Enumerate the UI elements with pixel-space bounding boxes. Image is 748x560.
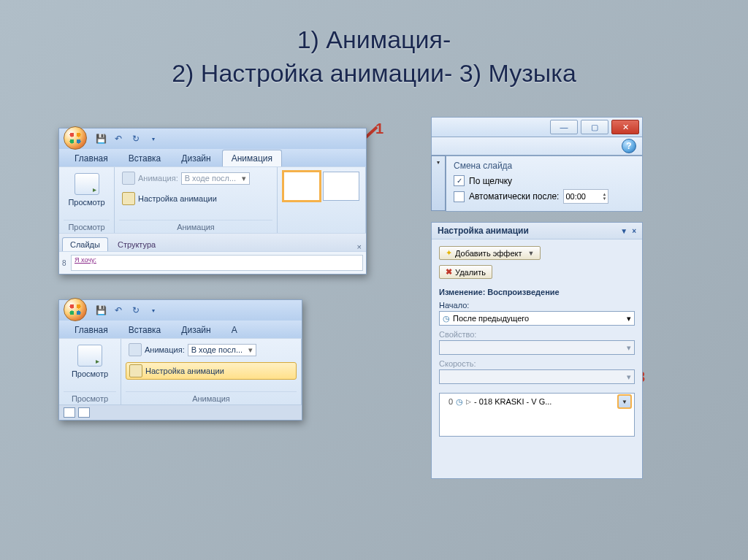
effect-list: 0 ◷ ▷ - 018 KRASKI - V G... ▼	[439, 393, 635, 437]
save-icon[interactable]: 💾	[93, 131, 109, 147]
chevron-down-icon: ▾	[627, 343, 631, 353]
view-switcher	[59, 404, 302, 420]
taskpane-close-icon[interactable]: ×	[632, 227, 636, 235]
ribbon-tabs: Главная Вставка Дизайн Анимация	[59, 149, 366, 166]
right-window: — ▢ ✕ ? ▾ Смена слайда ✓ По щелчку Автом…	[431, 117, 643, 479]
chevron-down-icon: ▾	[627, 372, 631, 382]
tab-cut[interactable]: А	[222, 321, 247, 338]
group-label-animation: Анимация	[119, 220, 272, 233]
anim-icon	[129, 343, 142, 356]
play-icon: ▷	[466, 398, 471, 405]
tab-outline[interactable]: Структура	[110, 237, 164, 251]
change-label: Изменение: Воспроизведение	[439, 288, 635, 296]
remove-effect-button[interactable]: ✖ Удалить	[439, 265, 492, 279]
chevron-down-icon: ▼	[527, 250, 534, 257]
tab-design[interactable]: Дизайн	[172, 150, 220, 166]
redo-icon[interactable]: ↻	[128, 131, 144, 147]
undo-icon[interactable]: ↶	[110, 302, 126, 318]
preview-button[interactable]: Просмотр	[64, 170, 110, 210]
nav-dropdown[interactable]: ▾	[431, 156, 446, 211]
ribbon-body: Просмотр Просмотр Анимация: В ходе посл.…	[59, 166, 366, 233]
ribbon-tabs: Главная Вставка Дизайн А	[59, 321, 302, 338]
chevron-down-icon: ▾	[242, 174, 246, 183]
tab-home[interactable]: Главная	[65, 321, 118, 338]
tab-insert[interactable]: Вставка	[119, 321, 171, 338]
transition-section: Смена слайда ✓ По щелчку Автоматически п…	[446, 156, 643, 212]
preview-button[interactable]: Просмотр	[64, 342, 116, 381]
slide-thumbnail[interactable]: Я хочу:	[71, 255, 363, 271]
undo-icon[interactable]: ↶	[110, 131, 126, 147]
tab-home[interactable]: Главная	[65, 150, 118, 166]
remove-icon: ✖	[446, 267, 452, 277]
add-effect-button[interactable]: ✦ Добавить эффект ▼	[439, 246, 541, 260]
custom-animation-button[interactable]: Настройка анимации	[126, 362, 297, 380]
effect-row[interactable]: 0 ◷ ▷ - 018 KRASKI - V G... ▼	[440, 394, 634, 410]
qat: 💾 ↶ ↻ ▾	[59, 300, 302, 321]
property-select: ▾	[439, 340, 635, 355]
property-label: Свойство:	[439, 330, 635, 339]
chevron-down-icon: ▾	[627, 314, 631, 323]
group-label-preview: Просмотр	[64, 391, 116, 404]
effect-name: - 018 KRASKI - V G...	[474, 397, 615, 406]
ribbon-body: Просмотр Просмотр Анимация: В ходе посл.…	[59, 338, 302, 404]
preview-icon	[75, 173, 99, 195]
checkbox-icon	[454, 191, 465, 202]
animation-combo[interactable]: В ходе посл...▾	[181, 172, 250, 185]
speed-label: Скорость:	[439, 359, 635, 368]
redo-icon[interactable]: ↻	[128, 302, 144, 318]
ribbon-panel-2: 💾 ↶ ↻ ▾ Главная Вставка Дизайн А Просмот…	[58, 299, 302, 421]
auto-time-spinner[interactable]: 00:00 ▲▼	[563, 189, 608, 204]
view-normal-icon[interactable]	[64, 407, 75, 418]
tab-insert[interactable]: Вставка	[119, 150, 171, 166]
custom-anim-icon	[129, 364, 142, 377]
chevron-down-icon: ▾	[248, 345, 253, 355]
slide-number: 8	[62, 259, 71, 267]
slide-thumb-strip: 8 Я хочу:	[59, 251, 366, 274]
view-sorter-icon[interactable]	[78, 407, 90, 418]
anim-icon	[122, 172, 135, 185]
star-icon: ✦	[446, 248, 452, 258]
taskpane-menu-icon[interactable]: ▼	[620, 227, 627, 235]
start-label: Начало:	[439, 301, 635, 310]
checkbox-icon: ✓	[454, 175, 465, 186]
on-click-checkbox-row[interactable]: ✓ По щелчку	[454, 175, 635, 186]
help-icon[interactable]: ?	[622, 139, 636, 153]
preview-icon	[77, 345, 102, 367]
qat: 💾 ↶ ↻ ▾	[59, 129, 366, 149]
clock-icon: ◷	[443, 314, 450, 323]
speed-select: ▾	[439, 369, 635, 384]
office-button[interactable]	[64, 126, 87, 150]
group-label-animation: Анимация	[126, 391, 297, 404]
effect-index: 0	[443, 397, 453, 406]
custom-anim-icon	[122, 192, 135, 205]
taskpane-title: Настройка анимации	[438, 226, 529, 236]
tab-slides[interactable]: Слайды	[62, 237, 108, 251]
tab-animation[interactable]: Анимация	[222, 150, 282, 166]
animation-task-pane: Настройка анимации ▼ × ✦ Добавить эффект…	[431, 222, 643, 479]
animation-combo-row: Анимация: В ходе посл...▾	[126, 342, 297, 358]
qat-dropdown-icon[interactable]: ▾	[145, 302, 161, 318]
maximize-button[interactable]: ▢	[581, 120, 608, 134]
minimize-button[interactable]: —	[550, 120, 578, 134]
transition-thumb-selected[interactable]	[283, 172, 320, 201]
qat-dropdown-icon[interactable]: ▾	[145, 131, 161, 147]
clock-icon: ◷	[456, 397, 463, 407]
close-button[interactable]: ✕	[611, 120, 639, 134]
window-titlebar: — ▢ ✕	[431, 117, 643, 137]
auto-after-checkbox-row[interactable]: Автоматически после: 00:00 ▲▼	[454, 189, 635, 204]
callout-1: 1	[375, 120, 383, 137]
save-icon[interactable]: 💾	[93, 302, 109, 318]
animation-combo-row: Анимация: В ходе посл...▾	[119, 170, 272, 186]
tab-design[interactable]: Дизайн	[172, 321, 220, 338]
page-title: 1) Анимация- 2) Настройка анимации- 3) М…	[0, 0, 748, 91]
transition-thumb[interactable]	[323, 172, 359, 201]
start-select[interactable]: ◷ После предыдущего ▾	[439, 311, 635, 326]
animation-combo[interactable]: В ходе посл...▾	[188, 344, 256, 356]
office-button[interactable]	[64, 298, 87, 321]
custom-animation-button[interactable]: Настройка анимации	[119, 191, 272, 207]
group-label-preview: Просмотр	[64, 220, 110, 233]
ribbon-panel-1: 💾 ↶ ↻ ▾ Главная Вставка Дизайн Анимация …	[58, 128, 367, 275]
effect-dropdown[interactable]: ▼	[618, 395, 631, 408]
close-tabs-icon[interactable]: ×	[353, 242, 366, 251]
document-tabs: Слайды Структура ×	[59, 233, 366, 251]
